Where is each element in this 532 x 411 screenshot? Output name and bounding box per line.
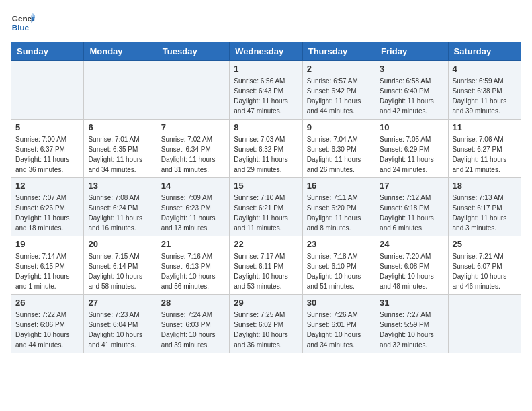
calendar-cell: 13Sunrise: 7:08 AM Sunset: 6:24 PM Dayli… bbox=[84, 178, 157, 236]
calendar-cell: 3Sunrise: 6:58 AM Sunset: 6:40 PM Daylig… bbox=[375, 61, 448, 120]
calendar-cell: 19Sunrise: 7:14 AM Sunset: 6:15 PM Dayli… bbox=[11, 236, 84, 295]
day-number: 11 bbox=[453, 122, 517, 132]
calendar-cell: 12Sunrise: 7:07 AM Sunset: 6:26 PM Dayli… bbox=[11, 178, 84, 236]
day-info: Sunrise: 7:04 AM Sunset: 6:30 PM Dayligh… bbox=[307, 134, 371, 175]
day-number: 22 bbox=[234, 239, 298, 249]
day-number: 15 bbox=[234, 181, 298, 191]
day-number: 4 bbox=[453, 64, 517, 74]
day-info: Sunrise: 7:07 AM Sunset: 6:26 PM Dayligh… bbox=[15, 193, 79, 233]
day-number: 9 bbox=[307, 122, 371, 132]
day-number: 17 bbox=[380, 181, 443, 191]
weekday-header-saturday: Saturday bbox=[448, 42, 521, 61]
calendar-cell: 15Sunrise: 7:10 AM Sunset: 6:21 PM Dayli… bbox=[230, 178, 302, 236]
day-number: 13 bbox=[88, 181, 152, 191]
day-number: 26 bbox=[15, 298, 79, 308]
calendar-cell: 8Sunrise: 7:03 AM Sunset: 6:32 PM Daylig… bbox=[230, 120, 302, 178]
weekday-header-sunday: Sunday bbox=[11, 42, 84, 61]
calendar-cell: 11Sunrise: 7:06 AM Sunset: 6:27 PM Dayli… bbox=[448, 120, 521, 178]
weekday-header-thursday: Thursday bbox=[302, 42, 375, 61]
calendar-cell: 10Sunrise: 7:05 AM Sunset: 6:29 PM Dayli… bbox=[375, 120, 448, 178]
calendar-cell bbox=[11, 61, 84, 120]
day-info: Sunrise: 7:02 AM Sunset: 6:34 PM Dayligh… bbox=[161, 134, 225, 175]
calendar-cell: 25Sunrise: 7:21 AM Sunset: 6:07 PM Dayli… bbox=[448, 236, 521, 295]
day-info: Sunrise: 6:56 AM Sunset: 6:43 PM Dayligh… bbox=[234, 76, 298, 116]
day-number: 16 bbox=[307, 181, 371, 191]
calendar-cell: 17Sunrise: 7:12 AM Sunset: 6:18 PM Dayli… bbox=[375, 178, 448, 236]
calendar-week-row: 19Sunrise: 7:14 AM Sunset: 6:15 PM Dayli… bbox=[11, 236, 521, 295]
calendar-cell: 29Sunrise: 7:25 AM Sunset: 6:02 PM Dayli… bbox=[230, 295, 302, 353]
calendar-cell bbox=[448, 295, 521, 353]
weekday-header-row: SundayMondayTuesdayWednesdayThursdayFrid… bbox=[11, 42, 521, 61]
calendar-cell: 5Sunrise: 7:00 AM Sunset: 6:37 PM Daylig… bbox=[11, 120, 84, 178]
calendar-cell: 2Sunrise: 6:57 AM Sunset: 6:42 PM Daylig… bbox=[302, 61, 375, 120]
weekday-header-wednesday: Wednesday bbox=[230, 42, 302, 61]
weekday-header-friday: Friday bbox=[375, 42, 448, 61]
day-info: Sunrise: 7:09 AM Sunset: 6:23 PM Dayligh… bbox=[161, 193, 225, 233]
day-info: Sunrise: 7:15 AM Sunset: 6:14 PM Dayligh… bbox=[88, 251, 152, 291]
day-info: Sunrise: 7:08 AM Sunset: 6:24 PM Dayligh… bbox=[88, 193, 152, 233]
day-number: 3 bbox=[380, 64, 443, 74]
day-info: Sunrise: 7:10 AM Sunset: 6:21 PM Dayligh… bbox=[234, 193, 298, 233]
calendar-cell: 7Sunrise: 7:02 AM Sunset: 6:34 PM Daylig… bbox=[157, 120, 229, 178]
page-header: General Blue bbox=[11, 11, 521, 35]
day-info: Sunrise: 7:05 AM Sunset: 6:29 PM Dayligh… bbox=[380, 134, 443, 175]
day-number: 30 bbox=[307, 298, 371, 308]
calendar-cell: 28Sunrise: 7:24 AM Sunset: 6:03 PM Dayli… bbox=[157, 295, 229, 353]
day-number: 24 bbox=[380, 239, 443, 249]
logo: General Blue bbox=[11, 11, 35, 35]
calendar-week-row: 12Sunrise: 7:07 AM Sunset: 6:26 PM Dayli… bbox=[11, 178, 521, 236]
day-number: 5 bbox=[15, 122, 79, 132]
calendar-cell: 21Sunrise: 7:16 AM Sunset: 6:13 PM Dayli… bbox=[157, 236, 229, 295]
calendar-cell: 6Sunrise: 7:01 AM Sunset: 6:35 PM Daylig… bbox=[84, 120, 157, 178]
calendar-cell: 22Sunrise: 7:17 AM Sunset: 6:11 PM Dayli… bbox=[230, 236, 302, 295]
calendar-cell bbox=[157, 61, 229, 120]
day-info: Sunrise: 7:21 AM Sunset: 6:07 PM Dayligh… bbox=[453, 251, 517, 291]
weekday-header-tuesday: Tuesday bbox=[157, 42, 229, 61]
day-number: 2 bbox=[307, 64, 371, 74]
day-info: Sunrise: 7:17 AM Sunset: 6:11 PM Dayligh… bbox=[234, 251, 298, 291]
day-number: 21 bbox=[161, 239, 225, 249]
day-info: Sunrise: 6:58 AM Sunset: 6:40 PM Dayligh… bbox=[380, 76, 443, 116]
calendar-week-row: 1Sunrise: 6:56 AM Sunset: 6:43 PM Daylig… bbox=[11, 61, 521, 120]
day-info: Sunrise: 7:22 AM Sunset: 6:06 PM Dayligh… bbox=[15, 310, 79, 350]
day-number: 27 bbox=[88, 298, 152, 308]
day-number: 20 bbox=[88, 239, 152, 249]
calendar-cell: 27Sunrise: 7:23 AM Sunset: 6:04 PM Dayli… bbox=[84, 295, 157, 353]
calendar-cell bbox=[84, 61, 157, 120]
calendar-cell: 9Sunrise: 7:04 AM Sunset: 6:30 PM Daylig… bbox=[302, 120, 375, 178]
day-number: 25 bbox=[453, 239, 517, 249]
day-info: Sunrise: 7:11 AM Sunset: 6:20 PM Dayligh… bbox=[307, 193, 371, 233]
day-number: 28 bbox=[161, 298, 225, 308]
calendar-cell: 23Sunrise: 7:18 AM Sunset: 6:10 PM Dayli… bbox=[302, 236, 375, 295]
calendar-table: SundayMondayTuesdayWednesdayThursdayFrid… bbox=[11, 42, 521, 353]
day-info: Sunrise: 7:25 AM Sunset: 6:02 PM Dayligh… bbox=[234, 310, 298, 350]
logo-icon: General Blue bbox=[11, 11, 35, 35]
day-info: Sunrise: 7:24 AM Sunset: 6:03 PM Dayligh… bbox=[161, 310, 225, 350]
calendar-cell: 18Sunrise: 7:13 AM Sunset: 6:17 PM Dayli… bbox=[448, 178, 521, 236]
day-info: Sunrise: 7:26 AM Sunset: 6:01 PM Dayligh… bbox=[307, 310, 371, 350]
calendar-cell: 31Sunrise: 7:27 AM Sunset: 5:59 PM Dayli… bbox=[375, 295, 448, 353]
day-number: 18 bbox=[453, 181, 517, 191]
day-info: Sunrise: 7:20 AM Sunset: 6:08 PM Dayligh… bbox=[380, 251, 443, 291]
day-info: Sunrise: 7:12 AM Sunset: 6:18 PM Dayligh… bbox=[380, 193, 443, 233]
day-info: Sunrise: 7:23 AM Sunset: 6:04 PM Dayligh… bbox=[88, 310, 152, 350]
calendar-cell: 26Sunrise: 7:22 AM Sunset: 6:06 PM Dayli… bbox=[11, 295, 84, 353]
calendar-week-row: 26Sunrise: 7:22 AM Sunset: 6:06 PM Dayli… bbox=[11, 295, 521, 353]
day-number: 12 bbox=[15, 181, 79, 191]
svg-text:Blue: Blue bbox=[12, 23, 30, 32]
day-number: 8 bbox=[234, 122, 298, 132]
day-number: 29 bbox=[234, 298, 298, 308]
calendar-cell: 16Sunrise: 7:11 AM Sunset: 6:20 PM Dayli… bbox=[302, 178, 375, 236]
day-info: Sunrise: 7:14 AM Sunset: 6:15 PM Dayligh… bbox=[15, 251, 79, 291]
day-number: 23 bbox=[307, 239, 371, 249]
day-info: Sunrise: 6:59 AM Sunset: 6:38 PM Dayligh… bbox=[453, 76, 517, 116]
day-number: 1 bbox=[234, 64, 298, 74]
day-info: Sunrise: 7:27 AM Sunset: 5:59 PM Dayligh… bbox=[380, 310, 443, 350]
day-number: 7 bbox=[161, 122, 225, 132]
day-info: Sunrise: 7:18 AM Sunset: 6:10 PM Dayligh… bbox=[307, 251, 371, 291]
day-number: 19 bbox=[15, 239, 79, 249]
weekday-header-monday: Monday bbox=[84, 42, 157, 61]
day-info: Sunrise: 7:00 AM Sunset: 6:37 PM Dayligh… bbox=[15, 134, 79, 175]
day-number: 14 bbox=[161, 181, 225, 191]
day-info: Sunrise: 6:57 AM Sunset: 6:42 PM Dayligh… bbox=[307, 76, 371, 116]
